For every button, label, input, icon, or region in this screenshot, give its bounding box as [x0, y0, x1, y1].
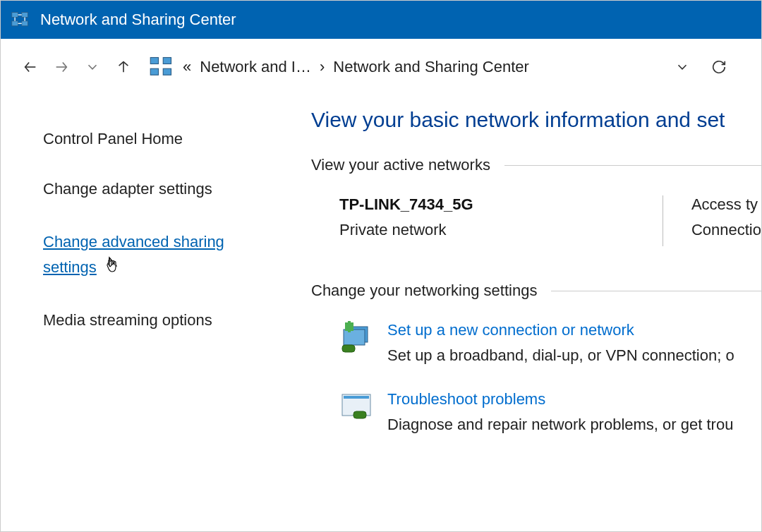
- svg-rect-11: [150, 57, 158, 64]
- control-panel-home-link[interactable]: Control Panel Home: [43, 126, 269, 151]
- active-networks-header: View your active networks: [311, 156, 761, 174]
- network-name: TP-LINK_7434_5G: [339, 195, 473, 214]
- setup-connection-desc: Set up a broadband, dial-up, or VPN conn…: [387, 346, 734, 365]
- change-adapter-settings-link[interactable]: Change adapter settings: [43, 176, 269, 201]
- troubleshoot-link[interactable]: Troubleshoot problems: [387, 390, 733, 409]
- setup-connection-link[interactable]: Set up a new connection or network: [387, 321, 734, 339]
- troubleshoot-row: Troubleshoot problems Diagnose and repai…: [311, 390, 761, 434]
- network-center-icon: [149, 54, 174, 80]
- svg-rect-22: [344, 396, 369, 399]
- troubleshoot-icon: [339, 390, 373, 424]
- up-button[interactable]: [108, 52, 139, 83]
- active-networks-label: View your active networks: [311, 156, 490, 174]
- breadcrumb-network-internet[interactable]: Network and I…: [200, 58, 311, 76]
- network-center-icon: [11, 10, 30, 30]
- connections-label: Connectio: [691, 221, 761, 239]
- svg-rect-17: [342, 345, 355, 352]
- back-button[interactable]: [15, 52, 46, 83]
- media-streaming-link[interactable]: Media streaming options: [43, 308, 269, 332]
- active-network-row: TP-LINK_7434_5G Private network Access t…: [311, 195, 761, 246]
- setup-connection-row: Set up a new connection or network Set u…: [311, 321, 761, 365]
- svg-rect-14: [163, 68, 171, 75]
- navigation-bar: « Network and I… › Network and Sharing C…: [1, 39, 761, 95]
- address-bar[interactable]: « Network and I… › Network and Sharing C…: [149, 52, 657, 83]
- address-dropdown[interactable]: [668, 53, 696, 81]
- sidebar: Control Panel Home Change adapter settin…: [1, 95, 311, 531]
- svg-rect-21: [353, 411, 366, 418]
- svg-rect-19: [348, 321, 351, 332]
- vertical-divider: [663, 195, 663, 246]
- change-settings-label: Change your networking settings: [311, 282, 537, 300]
- svg-rect-16: [344, 330, 365, 345]
- troubleshoot-desc: Diagnose and repair network problems, or…: [387, 416, 733, 434]
- refresh-button[interactable]: [705, 53, 733, 81]
- recent-dropdown[interactable]: [77, 52, 108, 83]
- setup-connection-icon: [339, 321, 373, 355]
- svg-rect-3: [22, 21, 28, 26]
- change-advanced-sharing-link[interactable]: Change advanced sharing settings: [43, 229, 269, 279]
- titlebar: Network and Sharing Center: [1, 1, 761, 39]
- divider-line: [551, 291, 761, 291]
- breadcrumb-sharing-center[interactable]: Network and Sharing Center: [333, 58, 529, 76]
- main-content: View your basic network information and …: [311, 95, 761, 531]
- page-heading: View your basic network information and …: [311, 108, 761, 132]
- divider-line: [504, 165, 761, 166]
- svg-rect-1: [22, 13, 28, 18]
- svg-rect-2: [12, 21, 18, 26]
- breadcrumb-prefix: «: [180, 58, 194, 76]
- network-type: Private network: [339, 221, 473, 239]
- svg-rect-13: [150, 68, 158, 75]
- window-title: Network and Sharing Center: [40, 11, 236, 29]
- change-settings-header: Change your networking settings: [311, 282, 761, 300]
- svg-rect-0: [12, 13, 18, 18]
- access-type-label: Access ty: [691, 195, 761, 214]
- svg-rect-12: [163, 57, 171, 64]
- chevron-right-icon[interactable]: ›: [317, 58, 327, 76]
- forward-button[interactable]: [46, 52, 77, 83]
